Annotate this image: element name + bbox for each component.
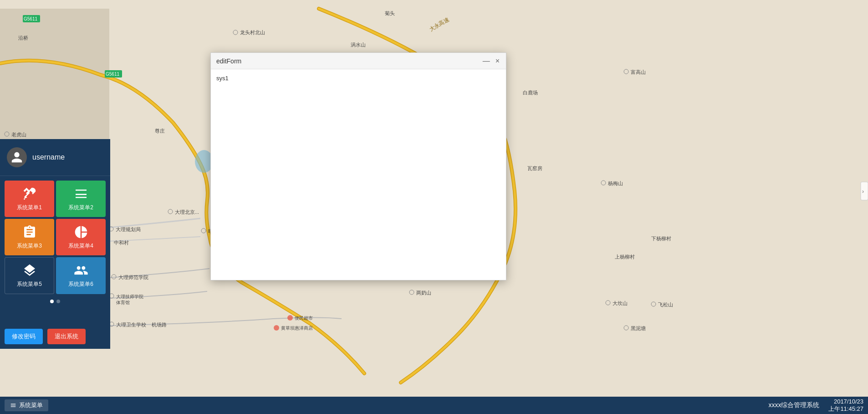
change-password-button[interactable]: 修改密码	[5, 329, 43, 344]
modal-header: editForm — ×	[211, 53, 506, 69]
svg-text:飞松山: 飞松山	[658, 302, 673, 307]
datetime-date: 2017/10/23	[828, 398, 863, 405]
svg-text:大理技师学院: 大理技师学院	[116, 294, 143, 299]
menu-item-4[interactable]: 系统菜单4	[56, 219, 106, 255]
svg-text:体育馆: 体育馆	[116, 300, 130, 305]
menu-label-2: 系统菜单2	[68, 204, 93, 212]
avatar	[7, 147, 27, 167]
svg-text:黄草坝惠泽商店: 黄草坝惠泽商店	[281, 326, 313, 331]
svg-text:大理卫生学校: 大理卫生学校	[116, 322, 146, 327]
svg-text:黑泥塘: 黑泥塘	[631, 326, 646, 331]
modal-sys-text: sys1	[216, 75, 229, 82]
taskbar-menu-item[interactable]: 系统菜单	[5, 399, 48, 411]
svg-text:大理北京...: 大理北京...	[175, 209, 199, 215]
username-label: username	[32, 153, 65, 161]
svg-text:瓦窑房: 瓦窑房	[527, 166, 542, 171]
svg-text:白鹿场: 白鹿场	[523, 90, 538, 95]
svg-text:大理师范学院: 大理师范学院	[118, 274, 148, 280]
sidebar: username 系统菜单1 系统菜单2 系统菜单3	[0, 139, 110, 349]
modal-close-button[interactable]: ×	[495, 57, 500, 65]
svg-text:中和村: 中和村	[114, 240, 129, 245]
svg-rect-1	[0, 9, 109, 148]
menu-label-1: 系统菜单1	[17, 204, 42, 212]
system-title: xxxx综合管理系统	[768, 401, 819, 409]
bottom-buttons: 修改密码 退出系统	[0, 324, 110, 349]
svg-text:老虎山: 老虎山	[11, 132, 26, 137]
svg-text:›: ›	[862, 188, 864, 195]
dot-2[interactable]	[56, 300, 60, 303]
svg-text:沿桥: 沿桥	[18, 35, 28, 41]
svg-text:G5611: G5611	[106, 72, 119, 77]
taskbar-item-label: 系统菜单	[19, 401, 43, 409]
edit-form-modal[interactable]: editForm — × sys1	[210, 52, 506, 280]
dot-1[interactable]	[50, 300, 54, 303]
svg-text:大理规划局: 大理规划局	[116, 227, 141, 232]
svg-point-43	[274, 325, 279, 331]
svg-text:涡水山: 涡水山	[351, 42, 366, 47]
datetime-time: 上午11:45:27	[828, 405, 863, 413]
svg-text:G5611: G5611	[24, 16, 37, 21]
menu-item-2[interactable]: 系统菜单2	[56, 181, 106, 217]
menu-label-4: 系统菜单4	[68, 242, 93, 250]
svg-text:大坎山: 大坎山	[613, 300, 628, 306]
svg-text:富高山: 富高山	[631, 69, 646, 75]
svg-text:便民超市: 便民超市	[295, 316, 313, 321]
svg-text:下杨柳村: 下杨柳村	[651, 236, 671, 241]
svg-text:机场路: 机场路	[152, 322, 167, 327]
modal-body: sys1	[211, 69, 506, 280]
user-section: username	[0, 139, 110, 176]
svg-text:菊头: 菊头	[385, 10, 395, 16]
svg-text:尊庄: 尊庄	[155, 128, 165, 134]
logout-button[interactable]: 退出系统	[47, 329, 86, 344]
menu-label-3: 系统菜单3	[17, 242, 42, 250]
taskbar: 系统菜单 xxxx综合管理系统 2017/10/23 上午11:45:27	[0, 397, 868, 414]
svg-text:龙头村北山: 龙头村北山	[240, 30, 265, 35]
menu-item-5[interactable]: 系统菜单5	[5, 257, 54, 294]
pagination-dots	[50, 300, 60, 303]
menu-label-5: 系统菜单5	[17, 280, 42, 288]
menu-label-6: 系统菜单6	[68, 280, 93, 288]
menu-grid: 系统菜单1 系统菜单2 系统菜单3 系统菜单4	[0, 176, 110, 299]
svg-text:杨梅山: 杨梅山	[608, 181, 623, 186]
taskbar-right: xxxx综合管理系统 2017/10/23 上午11:45:27	[768, 398, 863, 413]
taskbar-left: 系统菜单	[5, 399, 48, 411]
modal-title: editForm	[216, 57, 241, 65]
menu-icon	[10, 402, 16, 409]
menu-item-6[interactable]: 系统菜单6	[56, 257, 106, 294]
datetime: 2017/10/23 上午11:45:27	[828, 398, 863, 413]
svg-text:上杨柳村: 上杨柳村	[615, 254, 635, 259]
modal-minimize-button[interactable]: —	[482, 57, 491, 65]
menu-item-3[interactable]: 系统菜单3	[5, 219, 54, 255]
menu-item-1[interactable]: 系统菜单1	[5, 181, 54, 217]
svg-point-41	[287, 315, 293, 321]
svg-text:两奶山: 两奶山	[416, 290, 431, 295]
modal-controls: — ×	[482, 57, 500, 65]
